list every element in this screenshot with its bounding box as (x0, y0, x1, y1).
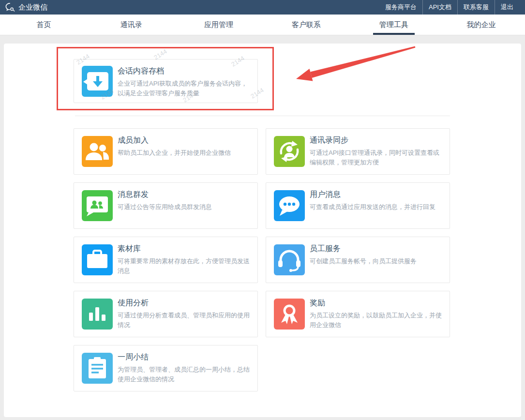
tool-card-desc: 为员工设立的奖励，以鼓励员工加入企业，并使用企业微信 (310, 311, 443, 330)
tools-grid: 成员加入帮助员工加入企业，并开始使用企业微信通讯录同步可通过API接口管理通讯录… (74, 128, 450, 391)
tool-card-title: 使用分析 (118, 298, 251, 308)
usage-analytics-icon (82, 299, 113, 330)
card-usage-analytics[interactable]: 使用分析可通过使用分析查看成员、管理员和应用的使用情况 (74, 291, 258, 337)
card-text: 通讯录同步可通过API接口管理通讯录，同时可设置查看或编辑权限，管理更加方便 (310, 135, 443, 167)
tool-card-desc: 为管理员、管理者、成员汇总的一周小结，总结使用企业微信的情况 (118, 365, 251, 384)
media-library-icon (82, 244, 113, 275)
nav-tab-3[interactable]: 客户联系 (262, 15, 350, 35)
tool-card-desc: 可将重要常用的素材存放在此，方便管理员发送消息 (118, 256, 251, 276)
card-text: 消息群发可通过公告等应用给成员群发消息 (118, 189, 251, 212)
nav-tab-label: 我的企业 (467, 20, 496, 29)
user-message-icon (274, 190, 305, 221)
topbar-link[interactable]: 服务商平台 (379, 0, 422, 15)
nav-tab-label: 首页 (36, 20, 51, 29)
tool-card-title: 一周小结 (118, 352, 251, 362)
tool-card-title: 消息群发 (118, 189, 251, 200)
brand-name: 企业微信 (18, 3, 47, 12)
tool-card-title: 会话内容存档 (118, 66, 251, 76)
card-text: 素材库可将重要常用的素材存放在此，方便管理员发送消息 (118, 243, 251, 276)
topbar-links: 服务商平台API文档联系客服退出 (379, 0, 525, 15)
main-nav: 首页通讯录应用管理客户联系管理工具我的企业 (0, 15, 525, 35)
tool-card-title: 素材库 (118, 243, 251, 254)
topbar: 企业微信 服务商平台API文档联系客服退出 (0, 0, 525, 15)
tool-card-desc: 可创建员工服务帐号，向员工提供服务 (310, 256, 443, 266)
card-text: 会话内容存档企业可通过API获取成员的客户服务会话内容，以满足企业管理客户服务质… (118, 66, 251, 98)
card-text: 员工服务可创建员工服务帐号，向员工提供服务 (310, 243, 443, 266)
members-join-icon (82, 136, 113, 167)
nav-tab-0[interactable]: 首页 (0, 15, 88, 35)
nav-tab-label: 客户联系 (292, 20, 321, 29)
card-media-library[interactable]: 素材库可将重要常用的素材存放在此，方便管理员发送消息 (74, 237, 258, 283)
tool-card-title: 奖励 (310, 298, 443, 308)
card-text: 使用分析可通过使用分析查看成员、管理员和应用的使用情况 (118, 298, 251, 330)
card-employee-service[interactable]: 员工服务可创建员工服务帐号，向员工提供服务 (266, 237, 450, 283)
topbar-link[interactable]: 联系客服 (457, 0, 495, 15)
nav-tab-4-active[interactable]: 管理工具 (350, 15, 437, 35)
card-reward[interactable]: 奖励为员工设立的奖励，以鼓励员工加入企业，并使用企业微信 (266, 291, 450, 337)
section-divider (75, 116, 450, 116)
active-tab-indicator (373, 33, 415, 35)
card-weekly-summary[interactable]: 一周小结为管理员、管理者、成员汇总的一周小结，总结使用企业微信的情况 (74, 345, 258, 391)
group-message-icon (82, 190, 113, 221)
card-members-join[interactable]: 成员加入帮助员工加入企业，并开始使用企业微信 (74, 128, 258, 175)
nav-tab-2[interactable]: 应用管理 (175, 15, 263, 35)
topbar-link[interactable]: API文档 (422, 0, 457, 15)
wechat-work-logo-icon (5, 2, 15, 13)
card-text: 一周小结为管理员、管理者、成员汇总的一周小结，总结使用企业微信的情况 (118, 352, 251, 384)
featured-card-area: 会话内容存档企业可通过API获取成员的客户服务会话内容，以满足企业管理客户服务质… (74, 59, 258, 103)
weekly-summary-icon (82, 353, 113, 384)
tool-card-title: 用户消息 (310, 189, 443, 200)
tool-card-desc: 可通过使用分析查看成员、管理员和应用的使用情况 (118, 311, 251, 330)
nav-tab-label: 通讯录 (120, 20, 142, 29)
card-group-message[interactable]: 消息群发可通过公告等应用给成员群发消息 (74, 182, 258, 229)
card-text: 用户消息可查看成员通过应用发送的消息，并进行回复 (310, 189, 443, 212)
card-text: 奖励为员工设立的奖励，以鼓励员工加入企业，并使用企业微信 (310, 298, 443, 330)
app-window: 企业微信 服务商平台API文档联系客服退出 首页通讯录应用管理客户联系管理工具我… (0, 0, 525, 420)
card-user-message[interactable]: 用户消息可查看成员通过应用发送的消息，并进行回复 (266, 182, 450, 229)
card-contacts-sync[interactable]: 通讯录同步可通过API接口管理通讯录，同时可设置查看或编辑权限，管理更加方便 (266, 128, 450, 175)
red-arrow-annotation (265, 44, 459, 116)
tool-card-desc: 可查看成员通过应用发送的消息，并进行回复 (310, 202, 443, 212)
nav-tab-1[interactable]: 通讯录 (88, 15, 175, 35)
topbar-link[interactable]: 退出 (495, 0, 519, 15)
card-chat-archive[interactable]: 会话内容存档企业可通过API获取成员的客户服务会话内容，以满足企业管理客户服务质… (74, 59, 258, 103)
nav-tab-5[interactable]: 我的企业 (437, 15, 525, 35)
tool-card-desc: 可通过API接口管理通讯录，同时可设置查看或编辑权限，管理更加方便 (310, 148, 443, 167)
tool-card-desc: 企业可通过API获取成员的客户服务会话内容，以满足企业管理客户服务质量 (118, 79, 251, 98)
nav-tab-label: 应用管理 (204, 20, 233, 29)
tool-card-title: 通讯录同步 (310, 135, 443, 146)
tool-card-title: 员工服务 (310, 243, 443, 254)
reward-icon (274, 299, 305, 330)
tool-card-title: 成员加入 (118, 135, 251, 146)
tool-card-desc: 可通过公告等应用给成员群发消息 (118, 202, 251, 212)
contacts-sync-icon (274, 136, 305, 167)
brand[interactable]: 企业微信 (0, 2, 47, 13)
employee-service-icon (274, 244, 305, 275)
card-text: 成员加入帮助员工加入企业，并开始使用企业微信 (118, 135, 251, 158)
tool-card-desc: 帮助员工加入企业，并开始使用企业微信 (118, 148, 251, 158)
content-panel: 2144 2144 2144 2144 2144 2144 会话内容存档企业可通… (4, 44, 521, 417)
chat-archive-icon (82, 66, 113, 97)
nav-tab-label: 管理工具 (379, 20, 408, 29)
